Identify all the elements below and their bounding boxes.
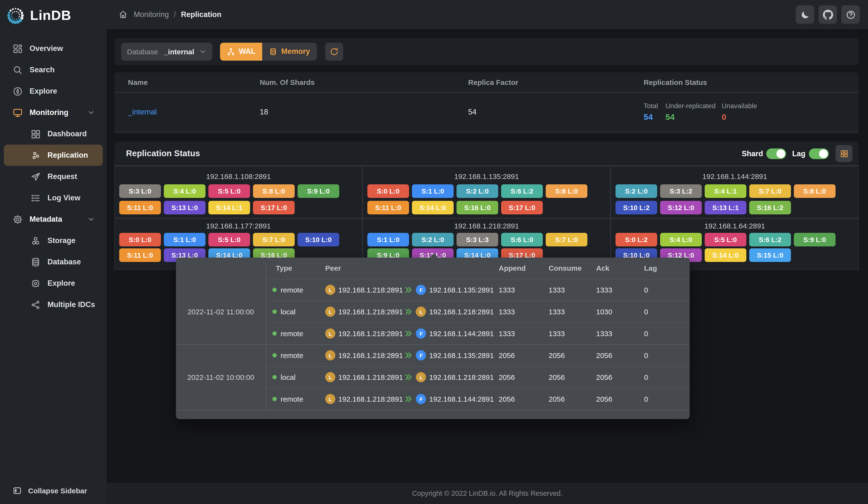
shard-badge[interactable]: S:14 L:0 [412, 201, 454, 214]
theme-toggle-button[interactable] [796, 5, 814, 24]
shard-badge[interactable]: S:1 L:0 [368, 233, 409, 246]
database-table-panel: Name Num. Of Shards Replica Factor Repli… [114, 72, 859, 134]
shard-badge[interactable]: S:4 L:0 [164, 184, 206, 198]
sidebar-item-label: Storage [48, 236, 75, 245]
popup-col-ack: Ack [596, 264, 609, 272]
shard-badge[interactable]: S:2 L:0 [456, 184, 498, 198]
node-cards-grid: 192.168.1.108:2891S:3 L:0S:4 L:0S:5 L:0S… [114, 166, 859, 270]
shard-badge[interactable]: S:17 L:0 [253, 201, 294, 214]
shard-badge[interactable]: S:11 L:0 [368, 201, 409, 214]
table-row: _internal 18 54 Total Under-replicated U… [114, 93, 859, 132]
status-dot-icon [272, 288, 277, 292]
home-icon[interactable] [118, 10, 128, 19]
shard-badge[interactable]: S:1 L:0 [412, 184, 454, 198]
github-button[interactable] [818, 5, 837, 24]
sidebar-item-explore[interactable]: Explore [4, 81, 103, 102]
append-value: 2056 [499, 344, 515, 366]
sidebar-item-replication[interactable]: Replication [4, 144, 103, 166]
breadcrumb-separator: / [174, 10, 176, 18]
refresh-button[interactable] [325, 42, 343, 60]
sidebar-item-multiple-idcs[interactable]: Multiple IDCs [4, 294, 103, 315]
shard-badge[interactable]: S:16 L:0 [456, 201, 498, 214]
sidebar-item-monitoring[interactable]: Monitoring [4, 102, 103, 123]
shard-badge[interactable]: S:5 L:0 [705, 233, 746, 246]
collapse-sidebar-button[interactable]: Collapse Sidebar [0, 477, 107, 504]
ack-value: 2056 [596, 388, 612, 410]
grid-view-button[interactable] [836, 145, 852, 162]
shard-badge[interactable]: S:12 L:0 [660, 201, 702, 214]
sidebar-item-dashboard[interactable]: Dashboard [4, 123, 103, 144]
target-icon [31, 278, 41, 289]
breadcrumb-section[interactable]: Monitoring [134, 10, 169, 18]
shard-badge[interactable]: S:10 L:2 [616, 201, 657, 214]
shard-badge[interactable]: S:15 L:0 [749, 248, 791, 262]
consume-value: 2056 [549, 344, 565, 366]
shard-badge[interactable]: S:7 L:0 [749, 184, 791, 198]
sidebar-item-label: Request [48, 172, 77, 181]
shard-badge[interactable]: S:3 L:2 [660, 184, 702, 198]
wal-button-label: WAL [239, 47, 256, 56]
shard-badge[interactable]: S:13 L:0 [164, 201, 206, 214]
database-name-link[interactable]: _internal [114, 108, 260, 117]
shard-badge[interactable]: S:7 L:0 [546, 233, 587, 246]
shard-badge[interactable]: S:5 L:0 [208, 184, 250, 198]
shard-badge[interactable]: S:2 L:0 [412, 233, 454, 246]
peer-source-address: 192.168.1.218:2891 [338, 308, 403, 316]
peer-target-address: 192.168.1.144:2891 [429, 329, 494, 337]
consume-value: 2056 [549, 388, 565, 410]
replication-status-values: 54 54 0 [644, 112, 859, 122]
shard-badge[interactable]: S:6 L:0 [501, 233, 543, 246]
shard-badge[interactable]: S:11 L:0 [119, 201, 161, 214]
shard-badge[interactable]: S:4 L:0 [660, 233, 702, 246]
help-button[interactable] [841, 5, 860, 24]
shard-badge[interactable]: S:7 L:0 [253, 233, 294, 246]
shard-badge[interactable]: S:16 L:2 [749, 201, 791, 214]
sidebar-item-database[interactable]: Database [4, 251, 103, 273]
sidebar-item-log-view[interactable]: Log View [4, 187, 103, 209]
sidebar-item-explore[interactable]: Explore [4, 273, 103, 294]
shard-badge-row: S:10 L:2S:12 L:0S:13 L:1S:16 L:2 [614, 201, 855, 214]
peer-source-address: 192.168.1.218:2891 [338, 286, 403, 294]
wal-button[interactable]: WAL [220, 42, 262, 60]
shard-badge[interactable]: S:0 L:2 [616, 233, 657, 246]
node-address: 192.168.1.135:2891 [366, 171, 607, 181]
shard-badge[interactable]: S:6 L:2 [749, 233, 791, 246]
shard-badge[interactable]: S:14 L:1 [208, 201, 250, 214]
memory-button[interactable]: Memory [262, 42, 317, 60]
replication-status-labels: Total Under-replicated Unavailable [644, 102, 859, 110]
peer-target-address: 192.168.1.144:2891 [429, 395, 494, 403]
shard-badge[interactable]: S:11 L:0 [119, 248, 161, 262]
shard-badge[interactable]: S:0 L:0 [119, 233, 161, 246]
sidebar-item-request[interactable]: Request [4, 166, 103, 187]
sidebar-item-label: Explore [30, 87, 57, 95]
shard-badge[interactable]: S:2 L:0 [616, 184, 657, 198]
shard-badge[interactable]: S:1 L:0 [164, 233, 206, 246]
replica-type-cell: remote [272, 344, 303, 366]
shard-badge[interactable]: S:8 L:0 [253, 184, 294, 198]
shard-badge[interactable]: S:17 L:0 [501, 201, 543, 214]
shard-badge[interactable]: S:6 L:2 [501, 184, 543, 198]
shard-badge[interactable]: S:5 L:0 [208, 233, 250, 246]
shard-badge[interactable]: S:3 L:0 [119, 184, 161, 198]
lag-value: 0 [644, 279, 648, 301]
lag-toggle[interactable] [809, 148, 829, 159]
app-title: LinDB [30, 8, 71, 23]
sidebar-item-overview[interactable]: Overview [4, 38, 103, 59]
shard-toggle[interactable] [766, 148, 786, 159]
shard-badge[interactable]: S:9 L:0 [794, 233, 836, 246]
shard-badge[interactable]: S:8 L:0 [794, 184, 836, 198]
shard-badge[interactable]: S:0 L:0 [368, 184, 409, 198]
sidebar-item-metadata[interactable]: Metadata [4, 209, 103, 230]
shard-badge[interactable]: S:10 L:0 [298, 233, 339, 246]
logo[interactable]: LinDB [0, 0, 107, 31]
shard-badge[interactable]: S:9 L:0 [298, 184, 339, 198]
refresh-icon [329, 47, 339, 56]
sidebar-item-search[interactable]: Search [4, 59, 103, 81]
shard-badge[interactable]: S:4 L:1 [705, 184, 746, 198]
shard-badge[interactable]: S:14 L:0 [705, 248, 746, 262]
database-select[interactable]: Database _internal [121, 42, 212, 60]
shard-badge[interactable]: S:3 L:3 [456, 233, 498, 246]
shard-badge[interactable]: S:13 L:1 [705, 201, 746, 214]
sidebar-item-storage[interactable]: Storage [4, 230, 103, 251]
shard-badge[interactable]: S:8 L:0 [546, 184, 587, 198]
